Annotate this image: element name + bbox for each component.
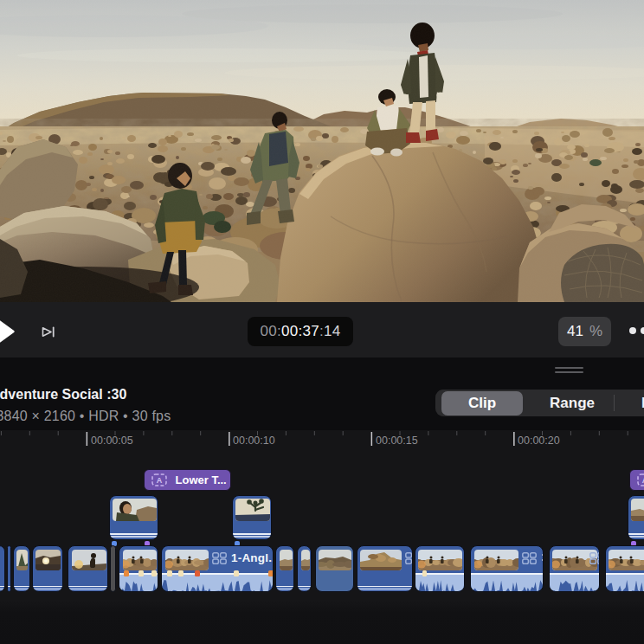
svg-text:00:00:15: 00:00:15 xyxy=(376,435,418,447)
svg-text:A: A xyxy=(156,476,162,485)
svg-text:00:00:05: 00:00:05 xyxy=(91,435,133,447)
svg-text:00:00:20: 00:00:20 xyxy=(518,435,560,447)
svg-text:00:00:10: 00:00:10 xyxy=(233,435,275,447)
